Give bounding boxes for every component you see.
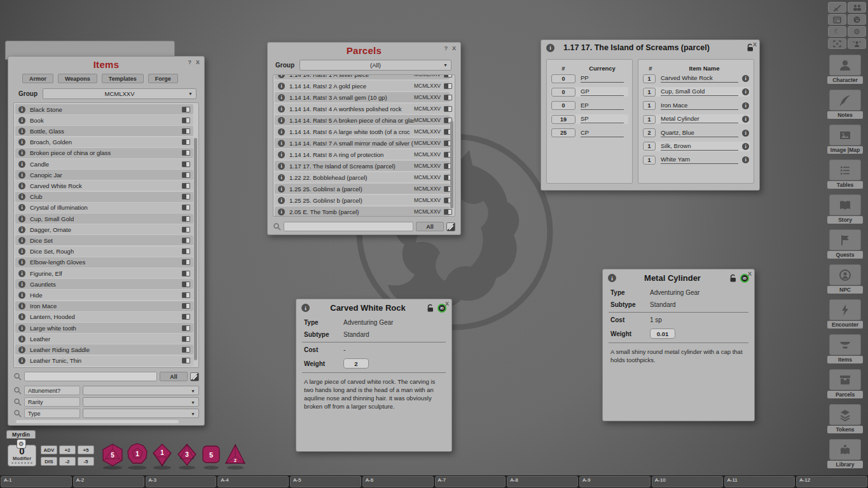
info-icon[interactable] (18, 149, 25, 156)
parcel-row[interactable]: 1.22 22. Bobblehead (parcel) MCMLXXV (275, 172, 450, 182)
item-qty-field[interactable]: 1 (643, 115, 656, 124)
info-icon[interactable] (18, 182, 25, 189)
info-icon[interactable] (278, 74, 285, 78)
palette-button[interactable] (848, 14, 866, 25)
id-toggle-icon[interactable] (182, 107, 190, 112)
d8-die[interactable]: 3 (175, 442, 199, 470)
item-row[interactable]: Broken piece of china or glass (15, 148, 193, 158)
items-tab[interactable]: Templates (102, 74, 144, 83)
item-row[interactable]: Broach, Golden (15, 137, 193, 147)
info-icon[interactable] (18, 346, 25, 353)
item-row[interactable]: Black Stone (15, 104, 193, 114)
id-toggle-icon[interactable] (182, 216, 190, 222)
info-icon[interactable] (278, 117, 285, 124)
info-icon[interactable] (742, 156, 749, 163)
hotkey-slot[interactable]: A-2 (73, 476, 144, 487)
id-toggle-icon[interactable] (182, 314, 190, 320)
id-toggle-icon[interactable] (444, 83, 452, 89)
d6-die[interactable]: 5 (200, 442, 223, 470)
sidebar-item-tokens[interactable]: Tokens (829, 404, 861, 433)
sidebar-item-encounter[interactable]: Encounter (829, 299, 861, 329)
info-icon[interactable] (18, 193, 25, 200)
info-icon[interactable] (18, 172, 25, 179)
info-icon[interactable] (18, 357, 25, 364)
combat-sword-button[interactable] (828, 2, 846, 13)
currency-qty-field[interactable]: 25 (551, 128, 575, 137)
info-icon[interactable] (18, 106, 25, 113)
modifier-button[interactable]: ADV (41, 445, 57, 454)
item-qty-field[interactable]: 1 (643, 88, 656, 97)
info-icon[interactable] (18, 128, 25, 135)
hotkey-slot[interactable]: A-8 (507, 476, 578, 487)
info-icon[interactable] (301, 304, 310, 312)
parcel-row[interactable]: 1.14 14. Rats! 3 A small gem (10 gp) MCM… (275, 92, 450, 102)
info-icon[interactable] (278, 83, 285, 90)
items-search-input[interactable] (24, 372, 157, 381)
item-row[interactable]: Carved White Rock (15, 180, 193, 191)
info-icon[interactable] (742, 88, 749, 95)
info-icon[interactable] (18, 226, 25, 233)
item-row[interactable]: Elbow-length Gloves (15, 257, 193, 268)
sidebar-item-npc[interactable]: NPC (829, 264, 861, 294)
parcel-row[interactable]: 1.25 25. Goblins! b (parcel) MCMLXXV (275, 195, 450, 205)
id-toggle-icon[interactable] (182, 139, 190, 145)
filter-label[interactable]: Type (24, 409, 80, 418)
id-toggle-icon[interactable] (444, 74, 452, 78)
info-icon[interactable] (742, 143, 749, 150)
items-scrollbar-thumb[interactable] (194, 138, 197, 360)
items-hscrollbar[interactable] (16, 420, 179, 423)
hotkey-slot[interactable]: A-1 (1, 476, 72, 487)
info-icon[interactable] (278, 151, 285, 158)
hotkey-slot[interactable]: A-7 (435, 476, 506, 487)
info-icon[interactable] (546, 44, 555, 52)
info-icon[interactable] (18, 139, 25, 146)
party-sheet-button[interactable] (848, 2, 866, 13)
currency-qty-field[interactable]: 0 (551, 74, 575, 83)
hotkey-slot[interactable]: A-12 (796, 476, 867, 487)
id-toggle-icon[interactable] (182, 292, 190, 298)
id-toggle-icon[interactable] (182, 271, 190, 276)
id-toggle-icon[interactable] (182, 128, 190, 134)
d20-die[interactable]: 5 (100, 442, 125, 470)
items-tab[interactable]: Forge (148, 74, 178, 83)
parcels-all-button[interactable]: All (416, 222, 444, 231)
help-button[interactable]: ? (188, 59, 192, 65)
parcel-row[interactable]: 1.14 14. Rats! 1 A silver piece MCMLXXV (275, 74, 450, 79)
id-toggle-icon[interactable] (182, 259, 190, 265)
item-row[interactable]: Large white tooth (15, 323, 193, 333)
filter-select[interactable] (83, 409, 199, 418)
id-toggle-icon[interactable] (444, 95, 452, 100)
info-icon[interactable] (18, 117, 25, 124)
item-row[interactable]: Bottle, Glass (15, 126, 193, 136)
calendar-button[interactable] (828, 14, 846, 25)
currency-qty-field[interactable]: 19 (551, 115, 575, 124)
info-icon[interactable] (18, 259, 25, 266)
info-icon[interactable] (278, 94, 285, 101)
info-icon[interactable] (278, 140, 285, 147)
hotkey-slot[interactable]: A-9 (579, 476, 651, 487)
filter-label[interactable]: Attunement? (24, 386, 80, 395)
items-all-button[interactable]: All (160, 372, 188, 381)
filter-label[interactable]: Rarity (24, 397, 80, 407)
item-qty-field[interactable]: 1 (643, 101, 656, 110)
item-row[interactable]: Dagger, Ornate (15, 224, 193, 234)
item-row[interactable]: Figurine, Elf (15, 268, 193, 278)
focus-target-button[interactable] (828, 38, 846, 49)
info-icon[interactable] (278, 174, 285, 181)
shared-vision-button[interactable] (848, 38, 866, 49)
item-row[interactable]: Iron Mace (15, 301, 193, 311)
filter-select[interactable] (83, 397, 199, 407)
info-icon[interactable] (742, 75, 749, 82)
parcels-group-select[interactable]: (All) (300, 60, 451, 71)
sidebar-item-library[interactable]: Library (829, 439, 861, 468)
sidebar-item-tables[interactable]: Tables (829, 159, 861, 189)
item-row[interactable]: Canopic Jar (15, 170, 193, 180)
modifier-button[interactable]: DIS (41, 457, 57, 466)
id-toggle-icon[interactable] (182, 205, 190, 210)
sidebar-item-parcels[interactable]: Parcels (829, 369, 861, 398)
id-toggle-icon[interactable] (182, 336, 190, 342)
item-row[interactable]: Cup, Small Gold (15, 214, 193, 224)
sidebar-item-character[interactable]: Character (829, 55, 861, 84)
info-icon[interactable] (278, 163, 285, 170)
info-icon[interactable] (278, 186, 285, 193)
